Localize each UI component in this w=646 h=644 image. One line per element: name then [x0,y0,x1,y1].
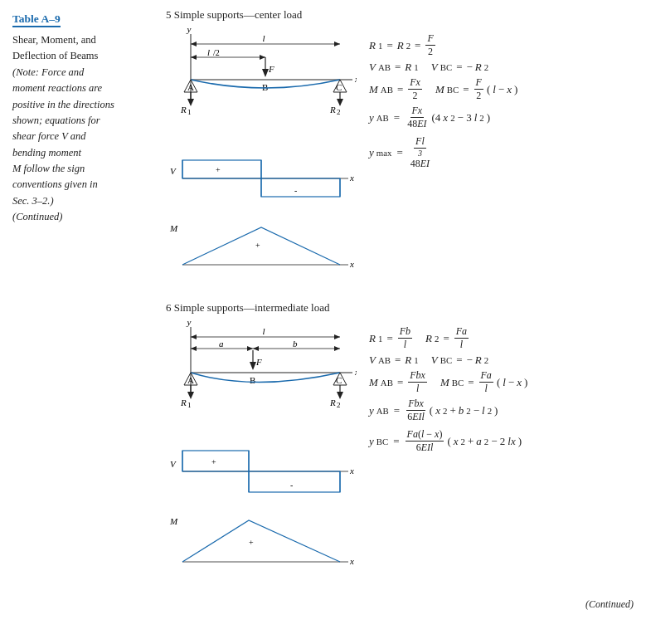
case6-title: 6 Simple supports—intermediate load [166,301,634,315]
case6-mab: MAB = Fbxl [369,369,428,395]
svg-text:+: + [216,165,221,174]
svg-text:x: x [354,367,357,377]
case6-v-eq: VAB = R1 VBC = −R2 [369,354,634,367]
svg-rect-33 [261,178,340,197]
desc-line-2: Deflection of Beams [12,50,98,61]
svg-text:y: y [187,319,192,327]
svg-text:/2: /2 [213,48,220,57]
case5-body: y x l l [166,26,634,285]
svg-marker-27 [337,99,343,106]
case6-vab: VAB = R1 [369,354,419,367]
desc-note: Note: Force and [16,66,84,78]
case5-r1r2: R1 = R2 = F2 [369,32,436,58]
svg-marker-51 [334,334,340,339]
case6-section: 6 Simple supports—intermediate load y x [166,301,634,586]
svg-text:+: + [255,241,260,250]
svg-marker-58 [253,346,259,351]
svg-text:R: R [180,105,187,115]
main-content: 5 Simple supports—center load y x [166,8,634,611]
svg-text:y: y [187,26,192,34]
table-label: Table A–9 [12,12,61,27]
case6-yab-eq: yAB = Fbx 6EIl (x2 + b2 − l2) [369,398,634,423]
svg-marker-54 [191,346,197,351]
case5-vbc: VBC = −R2 [431,61,488,74]
svg-text:F: F [255,357,262,367]
svg-rect-32 [182,160,261,178]
desc-conv: conventions given in [12,178,98,190]
svg-marker-7 [334,41,340,46]
svg-marker-74 [337,392,343,399]
svg-text:R: R [329,398,336,407]
case6-m-eq: MAB = Fbxl MBC = Fal (l − x) [369,369,634,395]
svg-text:C: C [336,375,342,385]
case5-v-eq: VAB = R1 VBC = −R2 [369,61,634,74]
desc-moment: moment reactions are [12,82,102,94]
case6-beam-svg: y x l a [166,319,357,435]
svg-text:2: 2 [337,401,341,409]
svg-marker-50 [191,334,197,339]
svg-marker-59 [334,346,340,351]
case5-vab: VAB = R1 [369,61,419,74]
case6-vbc: VBC = −R2 [431,354,488,367]
svg-text:R: R [329,105,336,115]
svg-text:C: C [336,82,342,92]
case6-r1: R1 = Fbl [369,325,413,351]
case5-mab: MAB = Fx2 [369,76,423,102]
desc-bending: bending moment [12,147,81,159]
svg-text:x: x [354,74,357,84]
case5-r-eq: R1 = R2 = F2 [369,32,634,58]
case6-mbc: MBC = Fal (l − x) [440,369,527,395]
table-description: Shear, Moment, and Deflection of Beams (… [12,32,158,226]
svg-text:F: F [268,64,274,74]
case5-section: 5 Simple supports—center load y x [166,8,634,293]
svg-text:2: 2 [337,108,341,116]
svg-text:B: B [250,375,255,385]
case5-ymax-eq: ymax = Fl348EI [369,135,634,170]
svg-text:l: l [207,47,210,57]
case6-formulas: R1 = Fbl R2 = Fal VAB [369,319,634,578]
svg-text:1: 1 [187,401,192,409]
case5-y-eq: yAB = Fx48EI (4x2 − 3l2) [369,105,634,130]
left-panel: Table A–9 Shear, Moment, and Deflection … [12,8,166,611]
svg-text:R: R [180,398,187,407]
svg-text:+: + [249,538,254,547]
page-container: Table A–9 Shear, Moment, and Deflection … [12,8,634,611]
desc-shear: shear force V and [12,130,86,142]
case6-r-eq: R1 = Fbl R2 = Fal [369,325,634,351]
svg-text:V: V [170,166,177,176]
case6-v-svg: V + - x [166,438,357,505]
case5-m-eq: MAB = Fx2 MBC = F2 (l − x) [369,76,634,102]
svg-marker-22 [187,99,194,106]
svg-text:M: M [169,223,178,233]
case5-formulas: R1 = R2 = F2 VAB = R1 [369,26,634,285]
svg-text:x: x [349,259,354,269]
svg-text:l: l [262,326,265,336]
svg-text:x: x [349,556,354,566]
case5-beam-svg: y x l l [166,26,357,142]
desc-sec: Sec. 3–2.) [12,195,54,207]
svg-text:-: - [294,186,297,195]
case5-m-svg: M + x [166,215,357,281]
svg-marker-11 [260,55,265,60]
desc-positive: positive in the directions [12,99,114,110]
svg-text:B: B [262,82,268,92]
svg-marker-69 [187,392,194,399]
case5-diagrams: y x l l [166,26,361,285]
svg-text:+: + [211,457,216,466]
case5-v-svg: V + - x [166,145,357,212]
svg-marker-55 [247,346,253,351]
desc-shown: shown; equations for [12,115,100,126]
svg-text:-: - [290,481,293,490]
svg-text:x: x [349,173,354,183]
continued-bottom: (Continued) [166,598,634,611]
svg-marker-15 [262,69,269,77]
case6-ybc-eq: yBC = Fa(l − x) 6EIl (x2 + a2 − 2lx) [369,428,634,454]
svg-text:l: l [262,33,265,43]
case6-diagrams: y x l a [166,319,361,578]
svg-rect-82 [249,471,340,492]
svg-text:V: V [170,459,177,469]
case6-m-svg: M + x [166,508,357,574]
svg-text:1: 1 [187,108,192,116]
desc-continued: (Continued) [12,211,62,222]
svg-text:M: M [169,516,178,526]
